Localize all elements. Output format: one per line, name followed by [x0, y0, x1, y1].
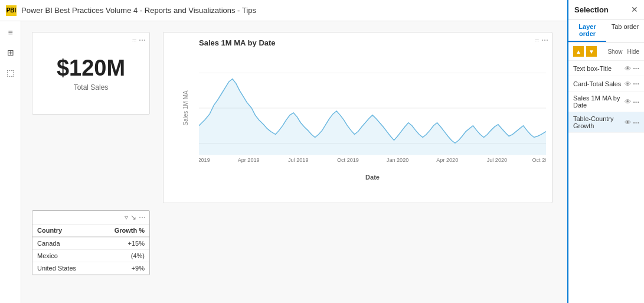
cell-growth: +15%: [97, 237, 149, 250]
tab-layer-order[interactable]: Layer order: [568, 19, 606, 42]
layer-item-name: Sales 1M MA by Date: [573, 95, 625, 109]
chart-svg: 200K 175K 150K Jan 2019 Apr 2019 Jul 201…: [199, 50, 546, 167]
x-axis-label: Date: [365, 174, 380, 181]
layer-item[interactable]: Text box-Title👁···: [568, 61, 644, 76]
main-canvas: ⎓ ⋯ $120M Total Sales ⎓ ⋯ Sales 1M MA by…: [21, 21, 567, 303]
card-chart-icon[interactable]: ⎓: [132, 36, 136, 44]
svg-text:Jan 2019: Jan 2019: [199, 157, 210, 163]
layer-more-icon[interactable]: ···: [633, 118, 639, 127]
svg-text:Apr 2020: Apr 2020: [436, 157, 458, 163]
layer-item[interactable]: Table-Country Growth👁···: [568, 112, 644, 133]
chart-title: Sales 1M MA by Date: [199, 38, 546, 47]
chart-more-icon[interactable]: ⋯: [541, 36, 548, 44]
col-country: Country: [32, 224, 97, 237]
cell-country: United States: [32, 262, 97, 275]
cell-growth: +9%: [97, 262, 149, 275]
layer-item-icons: 👁···: [625, 64, 639, 73]
tab-tab-order[interactable]: Tab order: [606, 19, 644, 42]
cell-growth: (4%): [97, 250, 149, 262]
layer-item-name: Table-Country Growth: [573, 115, 625, 129]
table-row: Canada+15%: [32, 237, 149, 250]
table-row: Mexico(4%): [32, 250, 149, 262]
layer-item-icons: 👁···: [625, 118, 639, 127]
total-sales-label: Total Sales: [74, 83, 109, 92]
chart-area: Sales 1M MA Date 200K 175K 150K Jan 2019…: [199, 50, 546, 167]
layer-item[interactable]: Sales 1M MA by Date👁···: [568, 92, 644, 112]
country-table: Country Growth % Canada+15%Mexico(4%)Uni…: [32, 224, 149, 275]
svg-text:Oct 2019: Oct 2019: [337, 157, 359, 163]
panel-header: Selection ✕: [568, 0, 644, 19]
table-filter-icon[interactable]: ▿: [125, 213, 128, 221]
svg-text:Apr 2019: Apr 2019: [238, 157, 260, 163]
y-axis-label: Sales 1M MA: [182, 90, 189, 125]
layer-down-button[interactable]: ▼: [586, 46, 597, 57]
layer-more-icon[interactable]: ···: [633, 79, 639, 88]
page-title: Power BI Best Practices Volume 4 - Repor…: [21, 6, 256, 15]
layer-item-icons: 👁···: [625, 79, 639, 88]
app-icon: PBI: [6, 5, 17, 16]
layer-item-icons: 👁···: [625, 97, 639, 106]
table-row: United States+9%: [32, 262, 149, 275]
chart-sales[interactable]: ⎓ ⋯ Sales 1M MA by Date Sales 1M MA Date…: [163, 32, 553, 203]
layer-list: Text box-Title👁···Card-Total Sales👁···Sa…: [568, 61, 644, 133]
table-export-icon[interactable]: ↘: [130, 213, 136, 221]
layer-item-name: Card-Total Sales: [573, 80, 625, 87]
svg-text:Oct 2020: Oct 2020: [532, 157, 546, 163]
sidebar-icon-data[interactable]: ⬚: [4, 66, 17, 79]
show-hide-labels: Show Hide: [607, 48, 639, 55]
table-body: Canada+15%Mexico(4%)United States+9%: [32, 237, 149, 275]
cell-country: Canada: [32, 237, 97, 250]
col-growth: Growth %: [97, 224, 149, 237]
card-visual-icons: ⎓ ⋯: [132, 36, 146, 44]
selection-panel: Selection ✕ Layer order Tab order ▲ ▼ Sh…: [567, 0, 644, 303]
layer-controls: ▲ ▼ Show Hide: [568, 43, 644, 61]
table-country-growth[interactable]: ▿ ↘ ⋯ Country Growth % Canada+15%Mexico(…: [32, 210, 150, 275]
table-more-icon[interactable]: ⋯: [139, 213, 146, 221]
panel-title: Selection: [574, 5, 609, 14]
table-toolbar: ▿ ↘ ⋯: [32, 211, 149, 224]
layer-more-icon[interactable]: ···: [633, 64, 639, 73]
layer-eye-icon[interactable]: 👁: [625, 80, 631, 87]
svg-text:Jul 2020: Jul 2020: [487, 157, 507, 163]
panel-tabs: Layer order Tab order: [568, 19, 644, 43]
left-sidebar: ≡ ⊞ ⬚: [0, 21, 21, 303]
layer-up-button[interactable]: ▲: [573, 46, 584, 57]
chart-icon[interactable]: ⎓: [535, 36, 539, 44]
panel-close-button[interactable]: ✕: [631, 5, 638, 14]
svg-text:Jan 2020: Jan 2020: [387, 157, 408, 163]
card-total-sales[interactable]: ⎓ ⋯ $120M Total Sales: [32, 32, 150, 115]
layer-eye-icon[interactable]: 👁: [625, 65, 631, 72]
layer-item[interactable]: Card-Total Sales👁···: [568, 76, 644, 92]
chart-visual-icons: ⎓ ⋯: [535, 36, 548, 44]
total-sales-value: $120M: [57, 56, 125, 81]
hide-label: Hide: [627, 48, 639, 55]
title-bar: PBI Power BI Best Practices Volume 4 - R…: [0, 0, 644, 21]
layer-eye-icon[interactable]: 👁: [625, 119, 631, 126]
show-label: Show: [607, 48, 622, 55]
card-more-icon[interactable]: ⋯: [139, 36, 146, 44]
sidebar-icon-menu[interactable]: ≡: [4, 26, 17, 39]
layer-eye-icon[interactable]: 👁: [625, 98, 631, 105]
layer-item-name: Text box-Title: [573, 65, 625, 72]
sidebar-icon-report[interactable]: ⊞: [4, 46, 17, 59]
svg-text:Jul 2019: Jul 2019: [288, 157, 308, 163]
layer-more-icon[interactable]: ···: [633, 97, 639, 106]
cell-country: Mexico: [32, 250, 97, 262]
